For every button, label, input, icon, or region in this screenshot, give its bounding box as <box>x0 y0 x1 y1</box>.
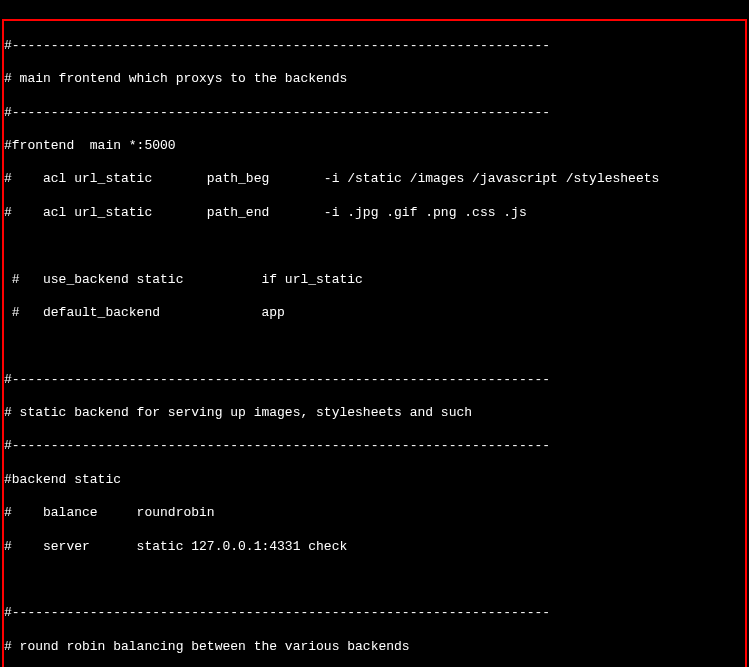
config-line: #backend static <box>4 472 745 489</box>
config-line: # server static 127.0.0.1:4331 check <box>4 539 745 556</box>
config-line: #---------------------------------------… <box>4 38 745 55</box>
config-line: # round robin balancing between the vari… <box>4 639 745 656</box>
config-line: #---------------------------------------… <box>4 105 745 122</box>
config-line: #frontend main *:5000 <box>4 138 745 155</box>
config-line: # acl url_static path_end -i .jpg .gif .… <box>4 205 745 222</box>
config-line: #---------------------------------------… <box>4 605 745 622</box>
config-line <box>4 238 745 255</box>
config-line <box>4 338 745 355</box>
config-line: # acl url_static path_beg -i /static /im… <box>4 171 745 188</box>
config-line: #---------------------------------------… <box>4 372 745 389</box>
config-line: # default_backend app <box>4 305 745 322</box>
config-line: # main frontend which proxys to the back… <box>4 71 745 88</box>
highlighted-config-section: #---------------------------------------… <box>2 19 747 667</box>
config-line: #---------------------------------------… <box>4 438 745 455</box>
config-line <box>4 572 745 589</box>
config-line: # balance roundrobin <box>4 505 745 522</box>
config-line: # use_backend static if url_static <box>4 272 745 289</box>
config-line: # static backend for serving up images, … <box>4 405 745 422</box>
terminal-output[interactable]: #---------------------------------------… <box>2 2 747 667</box>
